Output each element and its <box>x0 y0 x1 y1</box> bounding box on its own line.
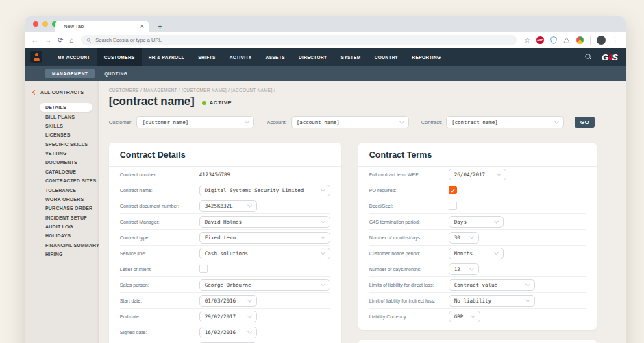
triangle-extension-icon[interactable] <box>563 37 570 43</box>
contract-terms-card: Contract Terms Full contract term WEF:26… <box>358 143 597 330</box>
url-bar[interactable] <box>81 35 517 45</box>
signed-date-select[interactable]: 16/02/2016 <box>199 327 257 338</box>
chevron-left-icon <box>32 90 37 95</box>
sidebar-item-contracted-sites[interactable]: CONTRACTED SITES <box>25 176 99 185</box>
nav-item-system[interactable]: SYSTEM <box>334 48 367 66</box>
nav-item-reporting[interactable]: REPORTING <box>405 48 447 66</box>
sidebar-item-hiring[interactable]: HIRING <box>25 250 99 259</box>
deed-seel-checkbox[interactable] <box>449 202 457 210</box>
nav-item-customers[interactable]: CUSTOMERS <box>97 48 142 66</box>
subnav-item-management[interactable]: MANAGEMENT <box>45 69 95 78</box>
chevron-down-icon <box>554 119 559 123</box>
browser-tab[interactable]: New Tab × <box>55 21 149 32</box>
sidebar-item-details[interactable]: DETAILS <box>40 103 92 112</box>
minimize-window-button[interactable] <box>42 21 48 27</box>
number-of-days-months-select[interactable]: 12 <box>449 263 479 275</box>
letter-of-intent-checkbox[interactable] <box>199 265 208 273</box>
bookmark-star-icon[interactable]: ☆ <box>524 37 530 44</box>
ecosia-extension-icon[interactable] <box>576 36 584 44</box>
shield-extension-icon[interactable] <box>550 36 557 44</box>
back-icon[interactable]: ← <box>32 37 38 44</box>
sidebar-item-documents[interactable]: DOCUMENTS <box>25 158 99 167</box>
reload-icon[interactable]: ⟳ <box>58 37 63 44</box>
nav-item-shifts[interactable]: SHIFTS <box>191 48 223 66</box>
sales-person-select[interactable]: George Orbourne <box>199 279 330 291</box>
contract-manager-select[interactable]: David Holmes <box>199 216 330 228</box>
chevron-down-icon <box>247 202 252 207</box>
url-input[interactable] <box>95 37 511 43</box>
sidebar-item-incident-setup[interactable]: INCIDENT SETUP <box>25 213 99 222</box>
nav-item-hr-payroll[interactable]: HR & PAYROLL <box>142 48 191 66</box>
breadcrumb[interactable]: CUSTOMERS / MANAGEMENT / [CUSTOMER NAME]… <box>109 88 626 93</box>
tab-title: New Tab <box>64 23 140 29</box>
app-search-icon[interactable] <box>584 53 593 61</box>
g4s-termination-period-select[interactable]: Days <box>449 216 504 228</box>
forward-icon[interactable]: → <box>45 37 51 44</box>
new-tab-button[interactable]: + <box>158 22 162 32</box>
sidebar-item-licenses[interactable]: LICENSES <box>25 130 99 139</box>
status-badge: ACTIVE <box>202 99 232 106</box>
sidebar-item-financial-summary[interactable]: FINANCIAL SUMMARY <box>25 241 99 250</box>
browser-toolbar: ← → ⟳ ⌂ ☆ ABP ⋮ <box>25 32 626 48</box>
browser-menu-icon[interactable]: ⋮ <box>612 37 619 44</box>
contract-filter-label: Contract: <box>421 119 442 126</box>
customer-notice-period-select[interactable]: Months <box>449 248 504 259</box>
chevron-down-icon <box>497 171 501 176</box>
limit-liability-indirect-loss-select[interactable]: No liability <box>449 295 535 307</box>
next-card-partial <box>358 340 597 343</box>
chevron-down-icon <box>321 250 325 255</box>
sidebar-item-catalogue[interactable]: CATALOGUE <box>25 167 99 176</box>
contract-filter-select[interactable]: [contract name] <box>446 116 564 128</box>
customer-filter-select[interactable]: [customer name] <box>136 116 254 128</box>
main-content: CUSTOMERS / MANAGEMENT / [CUSTOMER NAME]… <box>99 81 626 343</box>
sidebar-item-specific-skills[interactable]: SPECIFIC SKILLS <box>25 140 99 149</box>
contract-name-select[interactable]: Digital Systems Security Limited <box>199 185 330 196</box>
adblock-extension-icon[interactable]: ABP <box>536 36 544 44</box>
subnav-item-quoting[interactable]: QUOTING <box>104 71 127 76</box>
nav-item-activity[interactable]: ACTIVITY <box>223 48 259 66</box>
tab-close-icon[interactable]: × <box>140 23 144 30</box>
nav-item-my-account[interactable]: MY ACCOUNT <box>51 48 97 66</box>
contract-number-value: #123456789 <box>199 172 230 178</box>
sidebar-item-tolerance[interactable]: TOLERANCE <box>25 185 99 194</box>
contract-type-select[interactable]: Fixed term <box>199 232 330 244</box>
start-date-select[interactable]: 01/03/2016 <box>199 295 257 307</box>
user-icon[interactable] <box>30 51 42 63</box>
workspace: ALL CONTRACTS DETAILS BILL PLANS SKILLS … <box>25 81 626 343</box>
sidebar-item-audit-log[interactable]: AUDIT LOG <box>25 222 99 231</box>
sidebar-item-work-orders[interactable]: WORK ORDERS <box>25 195 99 204</box>
limits-liability-direct-loss-select[interactable]: Contract value <box>449 279 535 291</box>
customer-filter-label: Customer: <box>109 119 133 126</box>
toolbar-divider <box>590 36 591 45</box>
search-icon <box>86 38 92 43</box>
chevron-down-icon <box>321 281 325 286</box>
sidebar-item-vetting[interactable]: VETTING <box>25 149 99 158</box>
profile-avatar[interactable] <box>597 36 606 45</box>
po-required-checkbox[interactable] <box>449 186 457 194</box>
sidebar-item-holidays[interactable]: HOLIDAYS <box>25 231 99 240</box>
all-contracts-back-link[interactable]: ALL CONTRACTS <box>33 90 99 95</box>
chevron-down-icon <box>469 234 474 239</box>
service-line-select[interactable]: Cash solutions <box>199 248 330 259</box>
chevron-down-icon <box>494 250 499 255</box>
nav-item-country[interactable]: COUNTRY <box>368 48 406 66</box>
nav-item-assets[interactable]: ASSETS <box>259 48 292 66</box>
go-button[interactable]: GO <box>575 117 595 128</box>
number-of-months-days-select[interactable]: 30 <box>449 232 479 244</box>
g4s-logo: G4S <box>602 52 617 62</box>
liability-currency-select[interactable]: GBP <box>449 311 480 322</box>
sidebar-item-purchase-order[interactable]: PURCHASE ORDER <box>25 204 99 213</box>
sidebar-item-skills[interactable]: SKILLS <box>25 121 99 130</box>
window-controls <box>33 21 58 27</box>
page-title: [contract name] <box>109 95 195 108</box>
sidebar-item-bill-plans[interactable]: BILL PLANS <box>25 112 99 121</box>
full-contract-term-wef-select[interactable]: 26/04/2017 <box>449 169 506 180</box>
home-icon[interactable]: ⌂ <box>69 37 73 44</box>
close-window-button[interactable] <box>33 21 38 27</box>
account-filter-select[interactable]: [account name] <box>291 116 409 128</box>
contract-document-number-select[interactable]: 3425KB32L <box>199 200 257 212</box>
chevron-down-icon <box>525 297 530 302</box>
status-dot-icon <box>202 101 206 105</box>
end-date-select[interactable]: 29/02/2017 <box>199 311 257 322</box>
nav-item-directory[interactable]: DIRECTORY <box>292 48 334 66</box>
